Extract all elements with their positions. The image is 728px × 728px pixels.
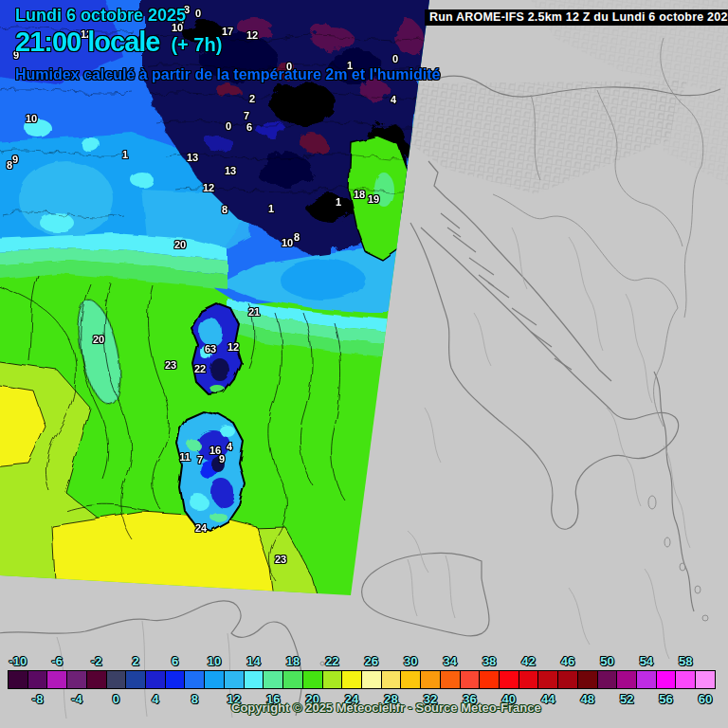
scale-cell: 24	[342, 671, 362, 688]
station-value: 24	[195, 522, 207, 534]
station-value: 8	[222, 204, 228, 215]
station-value: 4	[227, 441, 232, 452]
scale-cell: -6	[47, 671, 67, 688]
scale-cell: 60	[696, 671, 715, 688]
scale-cell: 8	[185, 671, 205, 688]
local-time: 21:00 locale	[15, 27, 159, 57]
scale-tick-label: -10	[9, 654, 27, 668]
scale-cell: 40	[500, 671, 519, 688]
scale-cell: 28	[382, 671, 402, 688]
scale-cell: 42	[519, 671, 539, 688]
weather-map	[0, 0, 728, 728]
scale-cell: -4	[67, 671, 87, 688]
scale-tick-label: -8	[32, 692, 44, 706]
station-value: 1	[122, 149, 128, 160]
scale-tick-label: 6	[172, 654, 178, 668]
scale-tick-label: 46	[561, 654, 574, 668]
station-value: 0	[226, 120, 231, 132]
scale-cell: 6	[166, 671, 186, 688]
station-value: 7	[197, 454, 203, 465]
scale-cell: 46	[558, 671, 578, 688]
station-value: 19	[368, 193, 379, 205]
station-value: 8	[294, 231, 300, 243]
scale-tick-label: 56	[659, 692, 672, 706]
scale-tick-label: 18	[286, 654, 300, 668]
scale-tick-label: 54	[640, 654, 653, 668]
scale-tick-label: 30	[404, 654, 417, 668]
station-value: 6	[246, 121, 252, 133]
scale-cell: 44	[538, 671, 558, 688]
scale-tick-label: 10	[208, 654, 221, 668]
scale-tick-label: 48	[580, 692, 593, 706]
scale-cell: -10	[9, 671, 28, 688]
station-value: 21	[248, 306, 260, 318]
scale-tick-label: 4	[152, 692, 158, 706]
scale-tick-label: 8	[191, 692, 198, 706]
station-value: 0	[195, 8, 201, 19]
scale-cell: 4	[146, 671, 166, 688]
scale-cell: 12	[225, 671, 245, 688]
station-value: 20	[93, 334, 104, 345]
station-value: 63	[205, 343, 216, 355]
scale-tick-label: -6	[52, 654, 64, 668]
scale-cell: 48	[578, 671, 598, 688]
scale-cell: -8	[28, 671, 48, 688]
scale-tick-label: 42	[521, 654, 535, 668]
scale-cell: 38	[480, 671, 500, 688]
station-value: 8	[7, 159, 12, 171]
station-value: 0	[392, 53, 398, 64]
scale-cell: 16	[264, 671, 283, 688]
scale-cell: 50	[598, 671, 618, 688]
scale-tick-label: 52	[620, 692, 633, 706]
scale-cell: 0	[107, 671, 127, 688]
station-value: 13	[225, 165, 236, 176]
scale-cell: -2	[87, 671, 107, 688]
station-value: 10	[26, 113, 37, 124]
station-value: 1	[268, 203, 274, 214]
station-value: 23	[165, 359, 176, 371]
scale-cell: 58	[676, 671, 696, 688]
station-value: 12	[228, 341, 239, 353]
station-value: 11	[179, 451, 191, 463]
scale-tick-label: -4	[71, 692, 82, 706]
scale-cell: 36	[461, 671, 481, 688]
scale-cell: 54	[637, 671, 657, 688]
scale-cell: 34	[441, 671, 461, 688]
scale-cell: 10	[205, 671, 225, 688]
scale-tick-label: 44	[541, 692, 555, 706]
scale-tick-label: 0	[113, 692, 119, 706]
scale-tick-label: 22	[325, 654, 338, 668]
station-value: 9	[219, 453, 225, 464]
station-value: 13	[187, 152, 198, 163]
scale-cell: 30	[401, 671, 421, 688]
scale-cell: 26	[362, 671, 382, 688]
scale-tick-label: 34	[443, 654, 456, 668]
station-value: 1	[336, 196, 341, 208]
scale-tick-label: -2	[91, 654, 102, 668]
scale-cell: 32	[421, 671, 441, 688]
scale-tick-label: 38	[482, 654, 496, 668]
station-value: 7	[244, 110, 249, 121]
station-value: 18	[354, 189, 365, 200]
scale-cell: 14	[245, 671, 264, 688]
scale-cell: 18	[283, 671, 303, 688]
scale-cell: 20	[303, 671, 323, 688]
scale-tick-label: 58	[679, 654, 692, 668]
date-label: Lundi 6 octobre 2025	[15, 6, 186, 26]
station-value: 12	[203, 182, 214, 193]
copyright-notice: Copyright © 2025 Meteociel.fr - Source M…	[231, 701, 541, 715]
scale-tick-label: 50	[600, 654, 613, 668]
station-value: 20	[174, 239, 186, 250]
station-value: 23	[275, 554, 286, 565]
run-info-banner: Run AROME-IFS 2.5km 12 Z du Lundi 6 octo…	[425, 9, 728, 26]
scale-cell: 22	[323, 671, 343, 688]
scale-cell: 52	[617, 671, 637, 688]
station-value: 17	[222, 26, 233, 37]
weather-map-page: 8 0 9 10 12 17 12 9 0 1 0 2 4 7 10 0 6 1…	[0, 0, 728, 728]
scale-cell: 2	[126, 671, 146, 688]
station-value: 10	[282, 237, 293, 248]
scale-tick-label: 2	[133, 654, 139, 668]
scale-cell: 56	[657, 671, 677, 688]
scale-tick-label: 14	[246, 654, 260, 668]
station-value: 9	[12, 154, 18, 165]
